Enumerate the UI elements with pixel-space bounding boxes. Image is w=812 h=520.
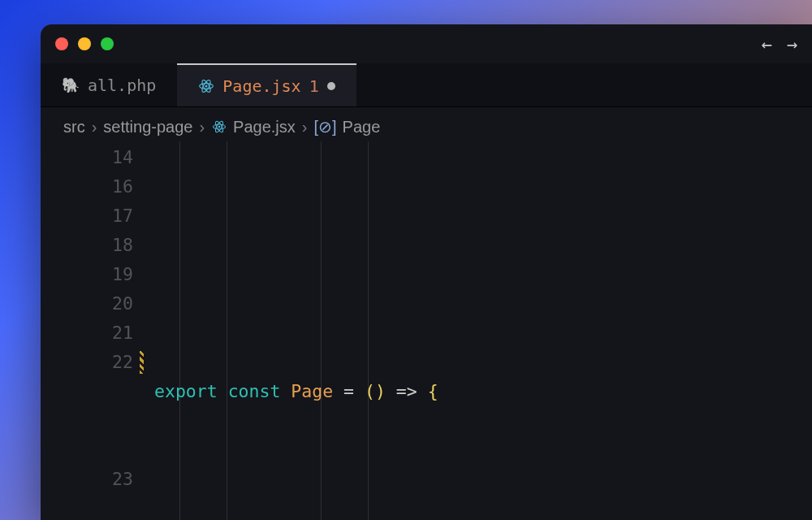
breadcrumb-segment[interactable]: Page.jsx: [211, 118, 296, 136]
line-number: 16: [41, 172, 133, 202]
line-number: 18: [41, 231, 133, 260]
tab-page-jsx[interactable]: Page.jsx 1: [177, 63, 356, 106]
breadcrumb-segment[interactable]: [⊘] Page: [313, 117, 380, 136]
line-number-gutter: 14 16 17 18 19 20 21 22 23: [41, 141, 154, 520]
chevron-right-icon: ›: [302, 118, 308, 136]
react-icon: [211, 119, 227, 135]
line-number: 14: [41, 143, 133, 172]
chevron-right-icon: ›: [199, 118, 205, 136]
titlebar: ← →: [41, 24, 812, 63]
line-number: [41, 377, 133, 406]
code-area[interactable]: export const Page = () => { return ( <Ta…: [154, 141, 812, 520]
php-icon: 🐘: [62, 76, 80, 93]
maximize-window-button[interactable]: [101, 37, 114, 50]
svg-point-3: [205, 84, 208, 87]
nav-arrows: ← →: [762, 34, 798, 54]
line-number: [41, 406, 133, 436]
line-number: [41, 436, 133, 465]
code-line[interactable]: [154, 494, 812, 520]
breadcrumb-segment[interactable]: setting-page: [103, 118, 192, 136]
tab-strip: 🐘 all.php Page.jsx 1: [41, 63, 812, 107]
window-controls: [55, 37, 114, 50]
tab-problems-badge: 1: [309, 76, 319, 96]
unsaved-indicator-icon: [327, 82, 335, 90]
line-number: 20: [41, 289, 133, 318]
tab-label: all.php: [88, 76, 156, 95]
svg-point-7: [218, 126, 221, 128]
tab-label: Page.jsx: [222, 76, 300, 96]
tab-all-php[interactable]: 🐘 all.php: [41, 63, 177, 106]
line-number: 21: [41, 318, 133, 348]
chevron-right-icon: ›: [92, 118, 97, 136]
variable-symbol-icon: [⊘]: [313, 117, 336, 136]
editor-window: ← → 🐘 all.php Page.jsx 1 src › setting-p…: [41, 24, 812, 520]
code-editor[interactable]: 14 16 17 18 19 20 21 22 23 export const …: [41, 141, 812, 520]
react-icon: [198, 78, 214, 94]
minimize-window-button[interactable]: [78, 37, 91, 50]
nav-forward-button[interactable]: →: [787, 34, 797, 54]
line-number: 22: [41, 348, 133, 377]
breadcrumb[interactable]: src › setting-page › Page.jsx › [⊘] Page: [41, 107, 812, 141]
line-number: 19: [41, 260, 133, 289]
close-window-button[interactable]: [55, 37, 68, 50]
breadcrumb-segment[interactable]: src: [63, 118, 85, 136]
line-number: 17: [41, 202, 133, 231]
code-line[interactable]: export const Page = () => {: [154, 377, 812, 406]
line-number: 23: [41, 465, 133, 494]
nav-back-button[interactable]: ←: [762, 34, 772, 54]
